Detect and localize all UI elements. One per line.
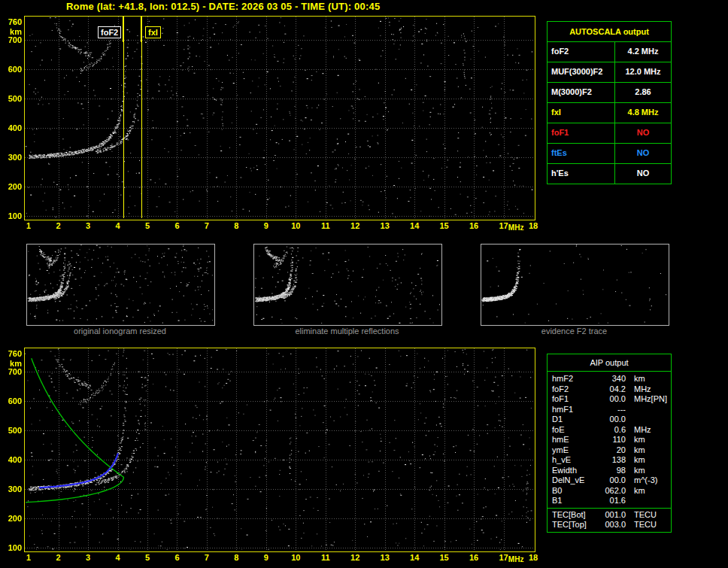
param-unit: TECU	[626, 510, 671, 521]
x-axis-tick: 15	[435, 221, 454, 230]
x-axis-tick: 4	[108, 221, 128, 230]
param-unit: km	[626, 486, 671, 497]
param-value: 00.0	[596, 394, 626, 405]
table-row: B101.6	[548, 496, 671, 506]
y-axis-tick: 700	[2, 35, 22, 44]
param-unit	[626, 496, 671, 506]
param-value: 20	[596, 445, 626, 456]
thumbnail-canvas-f2trace	[481, 245, 667, 323]
param-label: hmE	[548, 435, 596, 445]
table-row: Ewidth98km	[548, 466, 671, 476]
fof2-marker-label: foF2	[98, 26, 121, 38]
x-axis-tick: 8	[226, 221, 246, 230]
param-unit: MHz	[626, 425, 671, 436]
x-axis-tick: 14	[405, 553, 424, 562]
ionogram-canvas-bottom	[25, 348, 533, 550]
y-axis-tick: 400	[2, 455, 22, 464]
param-value: 4.8 MHz	[615, 103, 671, 123]
thumbnail-caption-f2trace: evidence F2 trace	[481, 327, 668, 336]
table-row: ymE20km	[548, 445, 671, 456]
table-row: h'EsNO	[548, 164, 671, 184]
x-axis-tick: 10	[286, 221, 305, 230]
x-axis-tick: 7	[197, 221, 217, 230]
x-axis-unit-label: MHz	[505, 555, 527, 564]
x-axis-tick: 7	[197, 553, 217, 562]
param-label: ymE	[548, 445, 596, 456]
y-axis-tick: 100	[2, 211, 22, 220]
table-row: foF1NO	[548, 123, 671, 144]
param-value: 98	[596, 466, 626, 476]
y-axis-tick: 600	[2, 396, 22, 405]
param-label: MUF(3000)F2	[548, 62, 615, 82]
x-axis-tick: 3	[78, 553, 98, 562]
thumbnail-original-ionogram	[26, 244, 215, 326]
param-label: B1	[548, 496, 596, 506]
x-axis-tick: 16	[464, 553, 484, 562]
table-row: fxI4.8 MHz	[548, 103, 671, 123]
y-axis-tick: 100	[2, 543, 22, 552]
x-axis-tick: 1	[19, 221, 38, 230]
param-unit: km	[626, 374, 671, 384]
table-row: hmF1---	[548, 405, 671, 415]
x-axis-tick: 3	[78, 221, 98, 230]
param-note: [PN]	[651, 394, 671, 405]
y-axis-tick: 760	[2, 349, 22, 358]
autoscala-window: Rome (lat: +41.8, lon: 012.5) - DATE: 20…	[0, 0, 728, 568]
param-label: M(3000)F2	[548, 83, 615, 102]
table-row: hmF2340km	[548, 374, 671, 384]
param-unit: MHz	[626, 394, 651, 405]
y-axis-tick: 300	[2, 153, 22, 162]
table-row: D100.0	[548, 415, 671, 425]
table-row: MUF(3000)F212.0 MHz	[548, 62, 671, 83]
x-axis-tick: 11	[316, 553, 335, 562]
param-label: foF2	[548, 384, 596, 395]
table-row: ftEsNO	[548, 144, 671, 164]
aip-tec-rows: TEC[Bot]001.0TECUTEC[Top]003.0TECU	[548, 508, 671, 532]
x-axis-tick: 12	[345, 221, 365, 230]
window-title: Rome (lat: +41.8, lon: 012.5) - DATE: 20…	[66, 1, 380, 12]
y-axis-unit-label: km	[2, 359, 22, 368]
param-value: 2.86	[615, 83, 671, 102]
x-axis-tick: 9	[256, 553, 276, 562]
table-row: TEC[Top]003.0TECU	[548, 520, 671, 530]
param-value: 12.0 MHz	[615, 62, 671, 82]
ionogram-canvas-top	[25, 17, 533, 218]
param-label: h_vE	[548, 455, 596, 466]
x-axis-tick: 5	[138, 221, 157, 230]
x-axis-tick: 6	[167, 553, 187, 562]
table-row: foF100.0MHz[PN]	[548, 394, 671, 405]
ionogram-plot-bottom	[24, 348, 535, 552]
param-label: D1	[548, 415, 596, 425]
param-value: 138	[596, 455, 626, 466]
table-row: foF24.2 MHz	[548, 42, 671, 62]
aip-output-table: AIP output hmF2340kmfoF204.2MHzfoF100.0M…	[547, 354, 672, 533]
table-row: hmE110km	[548, 435, 671, 445]
param-value: NO	[615, 123, 671, 143]
x-axis-tick: 12	[345, 553, 365, 562]
table-row: h_vE138km	[548, 455, 671, 466]
param-label: TEC[Bot]	[548, 510, 596, 521]
thumbnail-multiple-reflections	[253, 244, 442, 326]
autoscala-table-header: AUTOSCALA output	[548, 22, 671, 42]
thumbnail-canvas-original	[27, 245, 213, 323]
aip-table-rows: hmF2340kmfoF204.2MHzfoF100.0MHz[PN]hmF1-…	[548, 372, 671, 508]
param-label: foE	[548, 425, 596, 436]
y-axis-unit-label: km	[2, 27, 22, 36]
x-axis-tick: 2	[49, 221, 68, 230]
param-value: 001.0	[596, 510, 626, 521]
thumbnail-caption-reflections: eliminate multiple reflections	[253, 327, 441, 336]
autoscala-output-table: AUTOSCALA output foF24.2 MHzMUF(3000)F21…	[547, 21, 672, 184]
param-label: TEC[Top]	[548, 520, 596, 530]
param-value: 110	[596, 435, 626, 445]
y-axis-tick: 500	[2, 426, 22, 435]
y-axis-tick: 760	[2, 17, 22, 26]
x-axis-tick: 2	[49, 553, 68, 562]
x-axis-tick: 11	[316, 221, 335, 230]
x-axis-tick: 4	[108, 553, 128, 562]
y-axis-tick: 600	[2, 65, 22, 74]
table-row: B0062.0km	[548, 486, 671, 497]
fxi-marker-label: fxI	[145, 26, 161, 38]
y-axis-tick: 400	[2, 123, 22, 132]
x-axis-unit-label: MHz	[505, 223, 527, 232]
param-unit: TECU	[626, 520, 671, 530]
